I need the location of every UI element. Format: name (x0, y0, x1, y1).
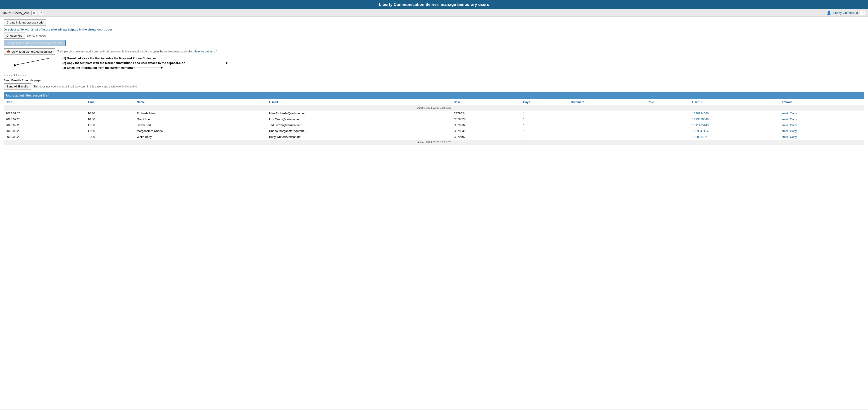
action-email-link[interactable]: email (782, 129, 788, 133)
col-name: Name (135, 99, 268, 105)
col-case: Case (452, 99, 521, 105)
user-name: Liberty VirtualCourt (833, 11, 858, 15)
annotation-line-1: (1) Download a csv file that includes th… (62, 56, 231, 61)
user-icon: 👤 (827, 11, 831, 15)
action-copy-link[interactable]: Copy (790, 112, 797, 115)
arrow-right-down-svg (137, 66, 164, 70)
action-email-link[interactable]: email (782, 124, 788, 127)
action-copy-link[interactable]: Copy (790, 124, 797, 127)
court-name: Liberty_VC1 (13, 11, 30, 15)
send-all-row: Send All E-mails (This does not work cor… (4, 83, 864, 90)
table-row: 2023.02.2010:30Richards MaryMaryRichards… (4, 110, 864, 116)
action-email-link[interactable]: email (782, 117, 788, 121)
table-header-row: Date Time Name E-mail Case Days Comment … (4, 99, 864, 105)
court-label: Court: (3, 11, 11, 15)
svg-marker-3 (226, 62, 228, 64)
create-from-file-button[interactable]: Create links and access codes from the f… (4, 40, 66, 46)
annotation-line-2: (2) Copy the template with the Marker su… (62, 61, 185, 66)
action-copy-link[interactable]: Copy (790, 129, 797, 133)
annotation-lines: (1) Download a csv file that includes th… (62, 56, 231, 70)
action-copy-link[interactable]: Copy (790, 135, 797, 139)
file-section-label: Or select a file with a list of users wh… (4, 28, 864, 31)
col-userid: User ID (690, 99, 780, 105)
choose-file-button[interactable]: Choose File (4, 33, 25, 39)
table-row: 2023.02.2010:30Grant LouLou.Grant@verizo… (4, 116, 864, 122)
table-row: 2023.02.2011:30Baxter TedTed.Baxter@veri… (4, 122, 864, 128)
create-from-file-section: Create links and access codes from the f… (4, 40, 864, 46)
group-row: Added 2023.02.20 17:59:05 (4, 105, 864, 110)
header-title: Liberty Communication Server: manage tem… (379, 2, 489, 7)
email-icon-btn[interactable]: ✉ (31, 11, 37, 15)
page-header: Liberty Communication Server: manage tem… (0, 0, 868, 9)
users-table-container: Users added (Most recent first) Date Tim… (4, 92, 864, 145)
annotation-line-2-row: (2) Copy the template with the Marker su… (62, 61, 231, 66)
download-button[interactable]: 📥 Download Generated users list (4, 48, 55, 55)
col-role: Role (646, 99, 690, 105)
col-actions: Actions (780, 99, 864, 105)
arrow-right-svg (186, 61, 231, 65)
main-content: Create link and access code Or select a … (0, 17, 868, 409)
download-row: 📥 Download Generated users list (A simpl… (4, 48, 864, 55)
or-separator: - - - - - OR - - - - - (4, 73, 864, 77)
annotation-area: 📥 Download Generated users list (A simpl… (4, 48, 864, 70)
table-row: 2023.02.2011:30Morganstern RhodaRhoda.Mo… (4, 128, 864, 134)
group-row: Added 2023.02.20 14:15:52 (4, 140, 864, 145)
annotation-line-3-row: (3) Email the information from the curre… (62, 66, 231, 70)
table-section-title: Users added (Most recent first) (4, 92, 864, 99)
create-link-button[interactable]: Create link and access code (4, 20, 46, 26)
send-all-button[interactable]: Send All E-mails (4, 83, 31, 90)
annotation-block: (1) Download a csv file that includes th… (4, 56, 864, 70)
table-row: 2023.02.2001:00White BettyBetty.White@ve… (4, 134, 864, 140)
annotation-line-3: (3) Email the information from the curre… (62, 66, 135, 70)
action-email-link[interactable]: email (782, 135, 788, 139)
topbar: Court: Liberty_VC1 ✉ ? 👤 Liberty Virtual… (0, 9, 868, 17)
arrow-left-svg (4, 56, 60, 70)
topbar-left: Court: Liberty_VC1 ✉ ? (3, 11, 43, 15)
col-days: Days (521, 99, 569, 105)
svg-marker-5 (161, 67, 163, 69)
file-input-row: Choose File No file chosen (4, 33, 864, 39)
users-table: Date Time Name E-mail Case Days Comment … (4, 99, 864, 145)
action-email-link[interactable]: email (782, 112, 788, 115)
help-icon-btn[interactable]: ? (39, 11, 43, 15)
send-email-label: Send E-mails from this page. (4, 79, 41, 82)
download-icon: 📥 (6, 50, 10, 53)
send-email-section: Send E-mails from this page. (4, 79, 864, 82)
col-date: Date (4, 99, 86, 105)
svg-line-0 (15, 58, 49, 65)
col-time: Time (86, 99, 135, 105)
download-hint: (A simple click does not work correctly … (57, 50, 217, 53)
no-file-text: No file chosen (27, 34, 45, 37)
send-all-note: (This does not work correctly in all bro… (33, 85, 137, 88)
logout-icon-btn[interactable]: ↗ (860, 11, 865, 15)
topbar-right: 👤 Liberty VirtualCourt ↗ (827, 11, 865, 15)
arrow-left-container (4, 56, 62, 70)
download-hint-link: Save target as.... (194, 50, 216, 53)
action-copy-link[interactable]: Copy (790, 117, 797, 121)
col-email: E-mail (268, 99, 452, 105)
download-button-label: Download Generated users list (12, 50, 52, 53)
create-link-section: Create link and access code (4, 20, 864, 26)
col-comment: Comment (569, 99, 646, 105)
